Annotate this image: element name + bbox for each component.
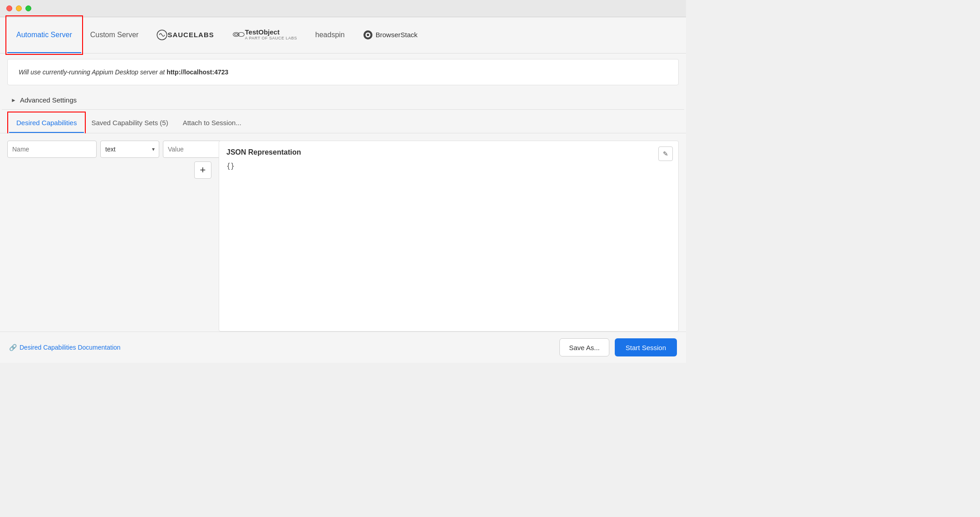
tab-saved-capability-sets[interactable]: Saved Capability Sets (5) xyxy=(84,113,175,133)
chevron-right-icon: ► xyxy=(11,97,16,103)
minimize-button[interactable] xyxy=(16,5,22,11)
save-as-button[interactable]: Save As... xyxy=(559,338,609,356)
main-container: Automatic Server Custom Server SAUCELABS xyxy=(0,17,686,363)
doc-link[interactable]: 🔗 Desired Capabilities Documentation xyxy=(9,344,121,351)
capability-name-input[interactable] xyxy=(7,141,97,158)
capabilities-section: Desired Capabilities Saved Capability Se… xyxy=(0,113,686,332)
info-section: Will use currently-running Appium Deskto… xyxy=(7,59,679,85)
tab-automatic-server[interactable]: Automatic Server xyxy=(7,17,81,53)
traffic-lights xyxy=(6,5,31,11)
svg-point-6 xyxy=(367,34,369,36)
capability-type-select[interactable]: text boolean number object xyxy=(100,141,159,158)
titlebar xyxy=(0,0,686,17)
json-edit-button[interactable]: ✎ xyxy=(658,146,673,161)
link-icon: 🔗 xyxy=(9,344,17,351)
capability-type-wrapper: text boolean number object xyxy=(100,141,159,158)
info-text: Will use currently-running Appium Deskto… xyxy=(19,68,667,76)
tab-testobject[interactable]: TestObject A PART OF SAUCE LABS xyxy=(223,17,306,53)
close-button[interactable] xyxy=(6,5,12,11)
add-capability-button[interactable]: + xyxy=(194,161,211,179)
capability-tabs-bar: Desired Capabilities Saved Capability Se… xyxy=(0,113,686,133)
tab-browserstack[interactable]: BrowserStack xyxy=(354,17,427,53)
edit-icon: ✎ xyxy=(663,150,668,157)
browserstack-logo: BrowserStack xyxy=(363,30,418,40)
json-panel: JSON Representation {} ✎ xyxy=(219,141,679,332)
server-url: http://localhost:4723 xyxy=(167,68,228,76)
start-session-button[interactable]: Start Session xyxy=(615,338,677,356)
plus-icon: + xyxy=(200,164,206,176)
tab-custom-server[interactable]: Custom Server xyxy=(81,17,148,53)
tab-saucelabs[interactable]: SAUCELABS xyxy=(147,17,223,53)
capability-row: text boolean number object 🗑 xyxy=(7,141,211,158)
footer-buttons: Save As... Start Session xyxy=(559,338,677,356)
tab-attach-to-session[interactable]: Attach to Session... xyxy=(176,113,249,133)
svg-point-2 xyxy=(235,34,238,35)
advanced-settings-toggle[interactable]: ► Advanced Settings xyxy=(2,91,684,110)
advanced-settings-label: Advanced Settings xyxy=(20,96,77,104)
capability-content: text boolean number object 🗑 + xyxy=(0,133,686,332)
testobject-logo: TestObject A PART OF SAUCE LABS xyxy=(232,29,297,40)
add-row: + xyxy=(7,161,211,179)
capability-inputs-panel: text boolean number object 🗑 + xyxy=(7,141,211,332)
saucelabs-logo: SAUCELABS xyxy=(157,29,214,40)
custom-server-label: Custom Server xyxy=(90,31,139,39)
headspin-label: headspin xyxy=(315,31,345,39)
automatic-server-label: Automatic Server xyxy=(16,31,72,39)
footer: 🔗 Desired Capabilities Documentation Sav… xyxy=(0,332,686,363)
json-content: {} xyxy=(226,162,671,170)
json-panel-title: JSON Representation xyxy=(226,148,671,156)
tab-headspin[interactable]: headspin xyxy=(306,17,354,53)
tab-desired-capabilities[interactable]: Desired Capabilities xyxy=(9,113,84,133)
server-tabs-bar: Automatic Server Custom Server SAUCELABS xyxy=(0,17,686,54)
maximize-button[interactable] xyxy=(25,5,31,11)
